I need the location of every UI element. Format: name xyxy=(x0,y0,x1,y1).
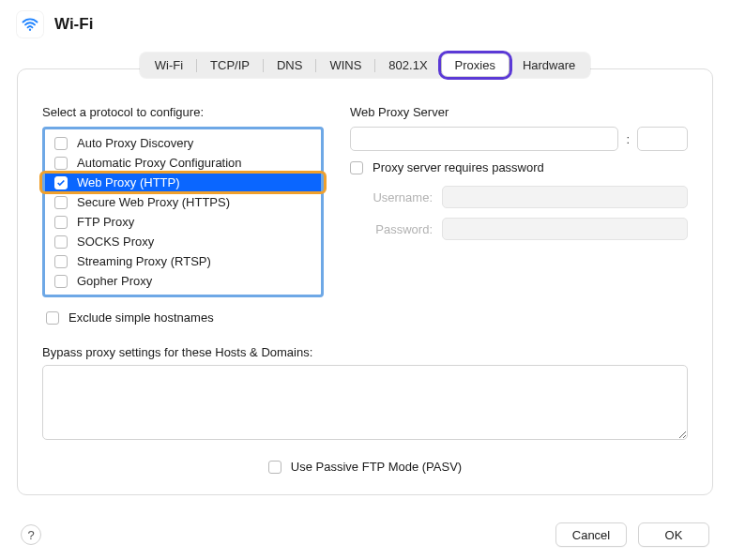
help-icon: ? xyxy=(27,528,34,542)
dialog-actions: Cancel OK xyxy=(555,522,709,547)
checkbox[interactable] xyxy=(268,461,281,474)
checkbox[interactable] xyxy=(54,255,68,268)
protocol-list-label: Select a protocol to configure: xyxy=(42,105,324,119)
exclude-hostnames-row[interactable]: Exclude simple hostnames xyxy=(42,310,324,325)
tab-wins[interactable]: WINS xyxy=(316,54,374,76)
page-title: Wi-Fi xyxy=(54,15,93,34)
tab-label: Wi-Fi xyxy=(155,58,183,72)
tab-label: 802.1X xyxy=(388,58,427,72)
protocol-label: SOCKS Proxy xyxy=(77,235,154,249)
tab-dns[interactable]: DNS xyxy=(264,54,315,76)
checkbox[interactable] xyxy=(54,235,68,249)
checkbox[interactable] xyxy=(54,196,68,209)
svg-point-0 xyxy=(29,29,31,31)
ok-button[interactable]: OK xyxy=(638,522,709,547)
server-column: Web Proxy Server : Proxy server requires… xyxy=(350,105,688,325)
host-port-separator: : xyxy=(626,132,630,146)
protocol-row-auto-discovery[interactable]: Auto Proxy Discovery xyxy=(45,133,321,153)
tab-tcpip[interactable]: TCP/IP xyxy=(197,54,263,76)
password-label: Password: xyxy=(350,222,433,236)
protocol-label: Streaming Proxy (RTSP) xyxy=(77,254,211,268)
exclude-hostnames-label: Exclude simple hostnames xyxy=(68,310,214,325)
tabs-row: Wi-Fi TCP/IP DNS WINS 802.1X Proxies Har… xyxy=(0,43,730,68)
protocol-label: FTP Proxy xyxy=(77,215,134,229)
protocol-row-streaming-proxy-rtsp[interactable]: Streaming Proxy (RTSP) xyxy=(45,251,321,271)
protocol-row-web-proxy-http[interactable]: Web Proxy (HTTP) xyxy=(45,173,321,192)
protocol-label: Web Proxy (HTTP) xyxy=(77,175,180,189)
pasv-row[interactable]: Use Passive FTP Mode (PASV) xyxy=(42,460,688,474)
checkbox[interactable] xyxy=(54,137,68,150)
bypass-label: Bypass proxy settings for these Hosts & … xyxy=(42,345,688,359)
protocol-row-socks-proxy[interactable]: SOCKS Proxy xyxy=(45,232,321,251)
checkbox[interactable] xyxy=(46,311,59,325)
checkbox[interactable] xyxy=(54,275,68,288)
tab-label: TCP/IP xyxy=(210,58,250,72)
tab-label: WINS xyxy=(329,58,361,72)
password-input[interactable] xyxy=(442,218,688,240)
protocol-list[interactable]: Auto Proxy Discovery Automatic Proxy Con… xyxy=(42,127,324,297)
protocol-row-ftp-proxy[interactable]: FTP Proxy xyxy=(45,212,321,232)
wifi-icon xyxy=(17,11,43,38)
tab-proxies[interactable]: Proxies xyxy=(442,54,509,76)
protocol-label: Automatic Proxy Configuration xyxy=(77,156,242,170)
button-label: Cancel xyxy=(572,528,610,542)
bypass-hosts-textarea[interactable] xyxy=(42,365,688,440)
titlebar: Wi-Fi xyxy=(0,0,730,43)
username-label: Username: xyxy=(350,190,433,204)
protocol-row-secure-web-proxy-https[interactable]: Secure Web Proxy (HTTPS) xyxy=(45,192,321,212)
requires-password-label: Proxy server requires password xyxy=(373,160,544,174)
tab-label: Proxies xyxy=(455,58,495,72)
password-row: Password: xyxy=(350,218,688,240)
pasv-label: Use Passive FTP Mode (PASV) xyxy=(291,460,462,474)
proxy-port-input[interactable] xyxy=(637,127,688,151)
checkbox[interactable] xyxy=(54,216,68,229)
footer: ? Cancel OK xyxy=(0,522,730,547)
help-button[interactable]: ? xyxy=(21,524,41,545)
network-proxies-window: Wi-Fi Wi-Fi TCP/IP DNS WINS 802.1X Proxi… xyxy=(0,0,730,560)
protocol-column: Select a protocol to configure: Auto Pro… xyxy=(42,105,324,325)
web-proxy-server-label: Web Proxy Server xyxy=(350,105,688,119)
protocol-row-gopher-proxy[interactable]: Gopher Proxy xyxy=(45,271,321,291)
protocol-label: Gopher Proxy xyxy=(77,274,152,288)
protocol-label: Auto Proxy Discovery xyxy=(77,136,193,150)
server-address-row: : xyxy=(350,127,688,151)
cancel-button[interactable]: Cancel xyxy=(555,522,627,547)
tab-hardware[interactable]: Hardware xyxy=(509,54,588,76)
tab-label: DNS xyxy=(277,58,302,72)
tab-label: Hardware xyxy=(523,58,575,72)
protocol-label: Secure Web Proxy (HTTPS) xyxy=(77,195,230,209)
checkbox[interactable] xyxy=(54,176,68,189)
checkbox[interactable] xyxy=(350,161,363,174)
tabs: Wi-Fi TCP/IP DNS WINS 802.1X Proxies Har… xyxy=(140,53,591,78)
checkbox[interactable] xyxy=(54,157,68,170)
tab-8021x[interactable]: 802.1X xyxy=(375,54,440,76)
requires-password-row[interactable]: Proxy server requires password xyxy=(350,160,688,174)
username-row: Username: xyxy=(350,186,688,208)
button-label: OK xyxy=(665,528,683,542)
content-pane: Select a protocol to configure: Auto Pro… xyxy=(17,68,713,495)
protocol-row-auto-config[interactable]: Automatic Proxy Configuration xyxy=(45,153,321,173)
proxy-host-input[interactable] xyxy=(350,127,618,151)
tab-wifi[interactable]: Wi-Fi xyxy=(142,54,196,76)
username-input[interactable] xyxy=(442,186,688,208)
